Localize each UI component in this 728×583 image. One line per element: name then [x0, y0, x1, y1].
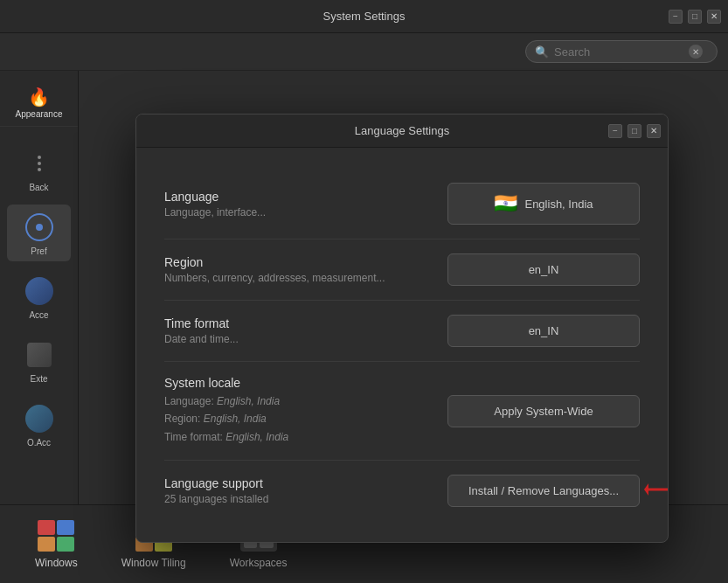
install-remove-languages-button[interactable]: Install / Remove Languages...: [447, 475, 640, 507]
window-title: System Settings: [323, 10, 406, 23]
language-support-label: Language support 25 languages installed: [164, 476, 447, 505]
language-label: Language Language, interface...: [164, 190, 447, 219]
dialog-maximize-button[interactable]: □: [627, 124, 641, 138]
window-tiling-label: Window Tiling: [121, 557, 186, 569]
search-input[interactable]: [554, 45, 685, 59]
minimize-button[interactable]: −: [669, 10, 683, 24]
language-settings-dialog: Language Settings − □ ✕ Language Languag…: [135, 114, 669, 543]
language-control: 🇮🇳 English, India: [447, 183, 640, 225]
titlebar: System Settings − □ ✕: [0, 0, 728, 33]
close-button[interactable]: ✕: [707, 10, 721, 24]
language-button[interactable]: 🇮🇳 English, India: [447, 183, 640, 225]
search-wrapper[interactable]: 🔍 ✕: [525, 40, 718, 63]
region-row: Region Numbers, currency, addresses, mea…: [164, 239, 640, 301]
sidebar-item-back[interactable]: Back: [7, 141, 71, 198]
sidebar-items: Back Pref Acce: [0, 134, 78, 460]
search-clear-button[interactable]: ✕: [689, 45, 703, 59]
time-format-value: en_IN: [529, 324, 559, 337]
system-locale-desc: Language: English, India Region: English…: [164, 392, 447, 446]
region-label: Region Numbers, currency, addresses, mea…: [164, 255, 447, 284]
time-format-title: Time format: [164, 316, 447, 330]
sidebar-ext-label: Exte: [30, 374, 47, 384]
time-format-row: Time format Date and time... en_IN: [164, 301, 640, 362]
language-row: Language Language, interface... 🇮🇳 Engli…: [164, 169, 640, 239]
region-value: en_IN: [529, 263, 559, 276]
flame-icon: 🔥: [28, 87, 50, 108]
sidebar: 🔥 Appearance Back: [0, 71, 79, 504]
sidebar-access-label: Acce: [29, 310, 48, 320]
accessibility-icon: [22, 274, 57, 309]
dialog-minimize-button[interactable]: −: [608, 124, 622, 138]
extensions-icon: [22, 337, 57, 372]
language-desc: Language, interface...: [164, 206, 447, 219]
search-icon: 🔍: [535, 45, 549, 59]
dialog-content: Language Language, interface... 🇮🇳 Engli…: [136, 148, 668, 542]
region-title: Region: [164, 255, 447, 269]
install-remove-value: Install / Remove Languages...: [468, 484, 619, 497]
windows-icon: [38, 520, 74, 552]
dialog-titlebar: Language Settings − □ ✕: [136, 115, 668, 148]
system-locale-title: System locale: [164, 376, 447, 390]
time-format-button[interactable]: en_IN: [447, 315, 640, 347]
back-icon: [22, 146, 57, 181]
sidebar-item-extensions[interactable]: Exte: [7, 332, 71, 389]
search-bar: 🔍 ✕: [0, 33, 728, 71]
region-desc: Numbers, currency, addresses, measuremen…: [164, 272, 447, 284]
apply-system-wide-button[interactable]: Apply System-Wide: [447, 395, 640, 427]
time-format-label: Time format Date and time...: [164, 316, 447, 345]
online-accounts-icon: [22, 401, 57, 436]
sidebar-item-online-accounts[interactable]: O.Acc: [7, 396, 71, 453]
window-controls: − □ ✕: [669, 10, 721, 24]
sidebar-appearance-label: Appearance: [16, 109, 63, 119]
preferences-icon: [22, 210, 57, 245]
maximize-button[interactable]: □: [688, 10, 702, 24]
red-arrow: [644, 476, 669, 506]
time-format-control: en_IN: [447, 315, 640, 347]
language-title: Language: [164, 190, 447, 204]
sidebar-back-label: Back: [29, 183, 48, 192]
sidebar-item-preferences[interactable]: Pref: [7, 205, 71, 261]
region-control: en_IN: [447, 253, 640, 286]
sidebar-item-accessibility[interactable]: Acce: [7, 268, 71, 325]
india-flag-icon: 🇮🇳: [494, 192, 517, 215]
system-locale-control: Apply System-Wide: [447, 395, 640, 427]
language-support-title: Language support: [164, 476, 447, 490]
language-support-desc: 25 languages installed: [164, 493, 447, 505]
sidebar-pref-label: Pref: [31, 246, 46, 256]
system-locale-label: System locale Language: English, India R…: [164, 376, 447, 446]
language-value: English, India: [524, 198, 593, 211]
windows-label: Windows: [35, 557, 78, 569]
region-button[interactable]: en_IN: [447, 253, 640, 286]
apply-system-wide-value: Apply System-Wide: [494, 405, 593, 418]
language-support-row: Language support 25 languages installed …: [164, 461, 640, 521]
sidebar-online-label: O.Acc: [27, 438, 51, 448]
dialog-controls: − □ ✕: [608, 124, 661, 138]
time-format-desc: Date and time...: [164, 333, 447, 345]
dialog-title: Language Settings: [355, 124, 449, 137]
system-locale-row: System locale Language: English, India R…: [164, 362, 640, 461]
dialog-close-button[interactable]: ✕: [647, 124, 661, 138]
toolbar-item-windows[interactable]: Windows: [35, 520, 78, 569]
language-support-control: Install / Remove Languages...: [447, 475, 640, 507]
workspaces-label: Workspaces: [230, 557, 288, 569]
svg-marker-1: [644, 483, 648, 496]
